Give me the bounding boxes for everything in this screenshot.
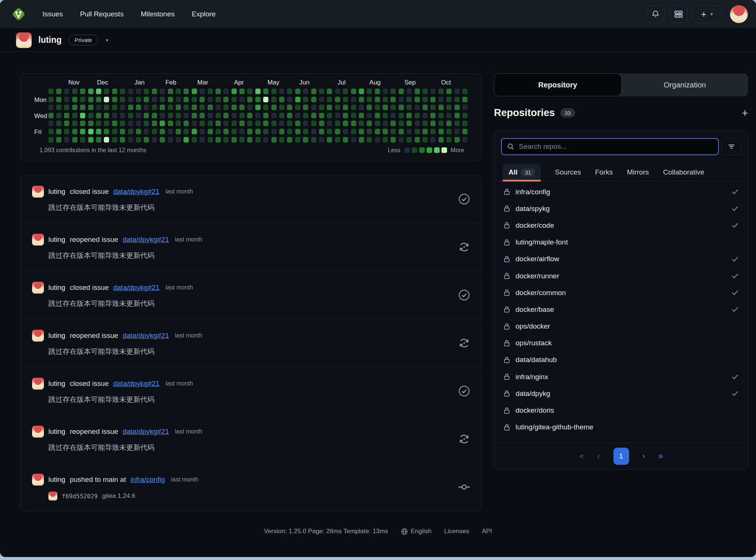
repo-row[interactable]: luting/maple-font bbox=[494, 234, 748, 251]
tab-repository[interactable]: Repository bbox=[494, 73, 622, 96]
activity-user[interactable]: luting bbox=[48, 476, 65, 484]
activity-item: lutingreopened issuedata/dpykg#21last mo… bbox=[21, 415, 481, 463]
activity-target-link[interactable]: data/dpykg#21 bbox=[113, 188, 160, 196]
activity-action: reopened issue bbox=[70, 236, 118, 244]
commit-hash[interactable]: f69d552029 bbox=[62, 493, 98, 500]
tab-organization[interactable]: Organization bbox=[622, 73, 749, 96]
activity-action: reopened issue bbox=[70, 332, 118, 340]
admin-panel-button[interactable] bbox=[670, 5, 688, 23]
activity-target-link[interactable]: infra/config bbox=[130, 476, 165, 484]
nav-link-issues[interactable]: Issues bbox=[42, 10, 63, 18]
search-input[interactable] bbox=[519, 143, 713, 151]
repo-name[interactable]: docker/base bbox=[516, 305, 554, 314]
repo-tab-collaborative[interactable]: Collaborative bbox=[663, 164, 704, 181]
repo-name[interactable]: infra/nginx bbox=[516, 373, 548, 381]
heatmap-cell bbox=[96, 121, 101, 126]
repo-row[interactable]: docker/common bbox=[494, 284, 748, 301]
lock-icon bbox=[503, 205, 510, 212]
activity-user[interactable]: luting bbox=[48, 332, 65, 340]
check-icon bbox=[731, 390, 739, 397]
activity-avatar[interactable] bbox=[32, 378, 44, 390]
user-avatar[interactable] bbox=[730, 5, 748, 23]
heatmap-cell bbox=[319, 121, 324, 126]
heatmap-cell bbox=[192, 129, 197, 134]
repo-name[interactable]: docker/runner bbox=[516, 272, 559, 280]
heatmap-cell bbox=[375, 89, 380, 94]
repo-name[interactable]: docker/doris bbox=[516, 406, 554, 415]
next-page-button[interactable]: › bbox=[642, 451, 645, 461]
repo-row[interactable]: data/spykg bbox=[494, 200, 748, 217]
activity-avatar[interactable] bbox=[32, 186, 44, 198]
repo-tab-forks[interactable]: Forks bbox=[595, 164, 613, 181]
profile-avatar[interactable] bbox=[16, 32, 32, 48]
repo-row[interactable]: ops/docker bbox=[494, 318, 748, 335]
repo-tab-all[interactable]: All31 bbox=[503, 164, 541, 181]
heatmap-cell bbox=[48, 105, 54, 110]
repo-row[interactable]: data/dpykg bbox=[494, 385, 748, 402]
heatmap-cell bbox=[160, 121, 165, 126]
activity-user[interactable]: luting bbox=[48, 236, 65, 244]
activity-avatar[interactable] bbox=[32, 330, 44, 342]
notifications-button[interactable] bbox=[647, 5, 664, 23]
repo-row[interactable]: data/datahub bbox=[494, 352, 748, 368]
activity-target-link[interactable]: data/dpykg#21 bbox=[113, 284, 160, 292]
repo-row[interactable]: docker/runner bbox=[494, 268, 748, 284]
repo-name[interactable]: data/spykg bbox=[516, 205, 550, 213]
activity-user[interactable]: luting bbox=[48, 284, 65, 292]
create-new-button[interactable]: + ▼ bbox=[693, 5, 722, 23]
repo-row[interactable]: docker/code bbox=[494, 217, 748, 234]
repo-row[interactable]: ops/rustack bbox=[494, 335, 748, 352]
api-link[interactable]: API bbox=[482, 528, 492, 535]
language-selector[interactable]: English bbox=[401, 528, 432, 535]
activity-target-link[interactable]: data/dpykg#21 bbox=[113, 380, 160, 388]
activity-body: 跳过存在版本可能导致未更新代码 bbox=[48, 395, 451, 404]
repo-row[interactable]: docker/doris bbox=[494, 402, 748, 419]
activity-avatar[interactable] bbox=[32, 234, 44, 246]
nav-link-pull-requests[interactable]: Pull Requests bbox=[80, 10, 124, 18]
repo-name[interactable]: luting/maple-font bbox=[516, 238, 568, 246]
heatmap-cell bbox=[383, 97, 388, 102]
activity-user[interactable]: luting bbox=[48, 380, 65, 388]
activity-target-link[interactable]: data/dpykg#21 bbox=[122, 332, 169, 340]
repo-name[interactable]: ops/rustack bbox=[516, 339, 552, 347]
repo-row[interactable]: luting/gitea-github-theme bbox=[494, 419, 748, 436]
top-navbar: IssuesPull RequestsMilestonesExplore bbox=[0, 0, 756, 28]
heatmap-cell bbox=[48, 113, 54, 118]
repo-tab-mirrors[interactable]: Mirrors bbox=[627, 164, 649, 181]
activity-target-link[interactable]: data/dpykg#21 bbox=[122, 236, 169, 244]
repo-name[interactable]: infra/config bbox=[516, 188, 550, 196]
heatmap-cell bbox=[263, 137, 268, 143]
repo-name[interactable]: ops/docker bbox=[516, 322, 550, 330]
repo-row[interactable]: infra/config bbox=[494, 183, 748, 200]
repo-row[interactable]: docker/airflow bbox=[494, 251, 748, 268]
legend-cell bbox=[419, 147, 425, 153]
activity-user[interactable]: luting bbox=[48, 188, 65, 196]
last-page-button[interactable]: » bbox=[658, 451, 663, 461]
gitea-logo-icon[interactable] bbox=[10, 6, 27, 22]
nav-link-milestones[interactable]: Milestones bbox=[141, 10, 175, 18]
repo-tab-sources[interactable]: Sources bbox=[555, 164, 581, 181]
repo-name[interactable]: data/datahub bbox=[516, 356, 557, 364]
repo-row[interactable]: infra/nginx bbox=[494, 368, 748, 385]
activity-action: closed issue bbox=[70, 284, 109, 292]
activity-avatar[interactable] bbox=[32, 474, 44, 486]
licenses-link[interactable]: Licenses bbox=[444, 528, 469, 535]
page-1-button[interactable]: 1 bbox=[613, 448, 629, 465]
heatmap-cell bbox=[454, 121, 460, 126]
activity-target-link[interactable]: data/dpykg#21 bbox=[122, 428, 169, 436]
repo-name[interactable]: data/dpykg bbox=[516, 390, 550, 398]
activity-user[interactable]: luting bbox=[48, 428, 65, 436]
repo-name[interactable]: docker/airflow bbox=[516, 255, 559, 263]
profile-chevron-down-icon[interactable]: ▼ bbox=[105, 38, 109, 42]
new-repo-plus-icon[interactable]: + bbox=[741, 108, 748, 119]
repo-name[interactable]: docker/common bbox=[516, 289, 566, 297]
filter-button[interactable] bbox=[722, 138, 741, 155]
nav-link-explore[interactable]: Explore bbox=[192, 10, 216, 18]
heatmap-cell bbox=[128, 113, 133, 118]
repo-name[interactable]: luting/gitea-github-theme bbox=[516, 423, 593, 431]
repo-row[interactable]: docker/base bbox=[494, 301, 748, 318]
repo-name[interactable]: docker/code bbox=[516, 221, 554, 230]
activity-avatar[interactable] bbox=[32, 282, 44, 294]
heatmap-cell bbox=[287, 105, 292, 110]
activity-avatar[interactable] bbox=[32, 426, 44, 438]
